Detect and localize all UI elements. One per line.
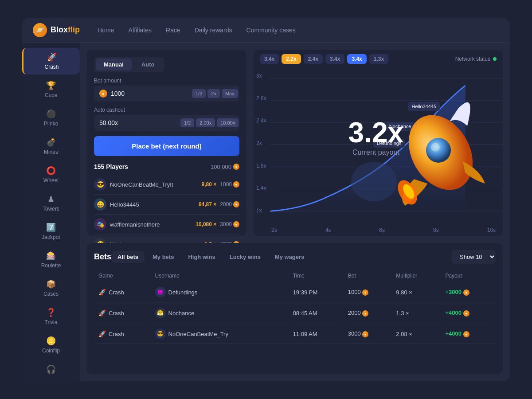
bets-tab-wagers[interactable]: My wagers	[269, 251, 310, 263]
bets-tab-high[interactable]: High wins	[182, 251, 221, 263]
half-btn[interactable]: 1/2	[192, 89, 206, 98]
sidebar-item-plinko[interactable]: ⚫ Plinko	[22, 105, 80, 131]
place-bet-button[interactable]: Place bet (next round)	[94, 136, 239, 156]
cashout-10x-btn[interactable]: 10.00x	[217, 118, 239, 127]
table-row: 🚀 Crash 😈 Defundings 19:39 PM	[95, 282, 495, 302]
sidebar-item-cases[interactable]: 📦 Cases	[22, 275, 80, 301]
sidebar-item-trivia[interactable]: ❓ Trivia	[22, 303, 80, 330]
sidebar-item-wheel[interactable]: ⭕ Wheel	[22, 161, 80, 188]
sidebar-item-cups[interactable]: 🏆 Cups	[22, 76, 80, 103]
player-row: 🎭 wafflemanisnothere 10,080 × 3000 ●	[94, 215, 239, 235]
nav-home[interactable]: Home	[98, 27, 114, 34]
y-axis-1-4x: 1.4x	[256, 185, 266, 191]
main-nav: Home Affiliates Race Daily rewards Commu…	[98, 27, 296, 34]
table-row: 🚀 Crash 😤 Nochance 08:45 AM	[95, 303, 495, 323]
sidebar-item-coinflip[interactable]: 🪙 Coinflip	[22, 332, 80, 358]
username: Nochance	[168, 310, 195, 317]
player-avatar: 🎭	[94, 218, 106, 231]
sidebar-label-cases: Cases	[43, 291, 59, 297]
sidebar-label-mines: Mines	[44, 149, 58, 155]
sidebar-item-crash[interactable]: 🚀 Crash	[22, 48, 80, 74]
bets-title: Bets	[94, 252, 111, 262]
bet-tab-row: Manual Auto	[94, 57, 164, 72]
network-status-label: Network status	[455, 56, 490, 62]
sidebar-item-towers[interactable]: ♟ Towers	[22, 190, 80, 216]
game-cell: 🚀 Crash	[95, 303, 151, 323]
player-bet: 3000 ●	[220, 221, 239, 227]
bets-section: Bets All bets My bets High wins Lucky wi…	[87, 243, 503, 374]
col-time: Time	[289, 270, 344, 282]
show-select[interactable]: Show 10 Show 25 Show 50	[452, 250, 496, 264]
plinko-icon: ⚫	[46, 109, 56, 119]
payout-value: +4000	[445, 309, 462, 316]
support-icon: 🎧	[46, 364, 56, 374]
y-axis-2-4x: 2.4x	[256, 117, 266, 124]
bet-amount-input[interactable]	[111, 90, 188, 97]
tab-auto[interactable]: Auto	[133, 59, 163, 70]
towers-icon: ♟	[47, 194, 55, 204]
x-axis-4s: 4s	[325, 227, 331, 233]
x-axis-10s: 10s	[487, 227, 496, 233]
logo-text: Bloxflip	[51, 25, 80, 35]
sidebar-item-support[interactable]: 🎧	[22, 360, 80, 379]
max-btn[interactable]: Max	[222, 89, 238, 98]
header: 🪐 Bloxflip Home Affiliates Race Daily re…	[22, 18, 510, 43]
mult-badge-3[interactable]: 3.4x	[325, 54, 344, 64]
bets-table: Game Username Time Bet Multiplier Payout	[94, 269, 496, 345]
bets-tab-all[interactable]: All bets	[111, 251, 145, 263]
time-cell: 11:09 AM	[289, 324, 344, 344]
bets-tab-my[interactable]: My bets	[146, 251, 180, 263]
mult-badge-0[interactable]: 3.4x	[260, 54, 279, 64]
sidebar-item-roulette[interactable]: 🎰 Roulette	[22, 246, 80, 273]
sidebar-label-trivia: Trivia	[45, 319, 58, 325]
player-avatar: 😎	[94, 178, 106, 191]
time-cell: 19:39 PM	[289, 282, 344, 302]
mult-badge-2[interactable]: 2.4x	[304, 54, 323, 64]
game-rocket-icon: 🚀	[98, 330, 106, 337]
bets-tab-lucky[interactable]: Lucky wins	[223, 251, 267, 263]
player-row: 😎 NoOneCanBeatMe_TryIt 9,80 × 1000 ●	[94, 175, 239, 195]
bet-amount-buttons: 1/2 2x Max	[192, 89, 238, 98]
mines-icon: 💣	[46, 137, 56, 147]
mult-badge-4[interactable]: 3.4x	[347, 54, 366, 64]
players-header: 155 Players 100 000 ●	[94, 163, 239, 170]
cashout-2x-btn[interactable]: 2.00x	[196, 118, 215, 127]
multiplier-cell: 2,08 ×	[392, 324, 441, 344]
nav-affiliates[interactable]: Affiliates	[128, 27, 152, 34]
player-bet: 2000 ●	[220, 201, 239, 207]
nav-community-cases[interactable]: Community cases	[246, 27, 296, 34]
multiplier-cell: 9,80 ×	[392, 282, 441, 302]
mult-badge-1[interactable]: 2.2x	[282, 54, 301, 64]
player-name: Hello34445	[110, 201, 195, 208]
tab-manual[interactable]: Manual	[96, 59, 132, 70]
game-rocket-icon: 🚀	[98, 289, 106, 296]
game-name: Crash	[109, 289, 124, 296]
col-multiplier: Multiplier	[392, 270, 441, 282]
nav-race[interactable]: Race	[166, 27, 180, 34]
sidebar-label-coinflip: Coinflip	[42, 348, 60, 354]
mult-badge-5[interactable]: 1.3x	[369, 54, 388, 64]
roulette-icon: 🎰	[46, 251, 56, 261]
payout-cell: +4000 ●	[442, 324, 495, 344]
players-count: 155 Players	[94, 163, 128, 170]
cups-icon: 🏆	[46, 81, 56, 90]
cashout-half-btn[interactable]: 1/2	[180, 118, 194, 127]
y-axis-3x: 3x	[256, 73, 266, 79]
nav-daily-rewards[interactable]: Daily rewards	[195, 27, 232, 34]
bet-cell: 3000 ●	[344, 324, 392, 344]
logo-icon: 🪐	[33, 23, 47, 37]
double-btn[interactable]: 2x	[207, 89, 220, 98]
game-chart: 3x 2.8x 2.4x 2x 1.8x 1.4x 1x	[254, 68, 503, 236]
auto-cashout-input[interactable]	[99, 119, 177, 126]
payout-cell: +3000 ●	[442, 282, 495, 302]
bet-coin-icon: ●	[233, 201, 239, 207]
current-payout-number: 3.2x	[348, 118, 404, 147]
username-cell: 😤 Nochance	[152, 303, 289, 323]
sidebar-item-jackpot[interactable]: 7️⃣ Jackpot	[22, 218, 80, 245]
sidebar-item-mines[interactable]: 💣 Mines	[22, 133, 80, 160]
svg-point-10	[431, 143, 440, 152]
coinflip-icon: 🪙	[46, 336, 56, 346]
x-axis-2s: 2s	[271, 227, 277, 233]
bet-amount-label: Bet amount	[94, 78, 239, 84]
bet-coin-icon: ●	[233, 221, 239, 227]
